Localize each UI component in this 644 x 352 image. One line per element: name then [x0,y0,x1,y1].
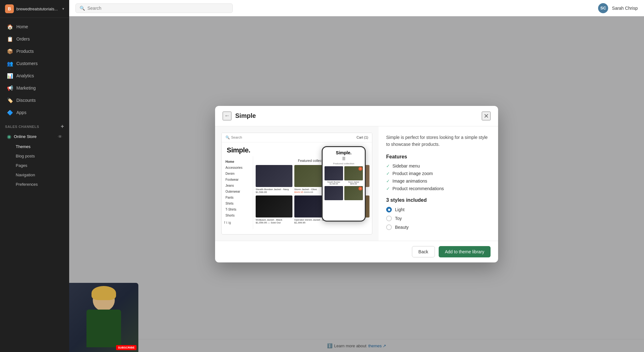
feature-product-image-zoom: ✓ Product image zoom [386,171,491,176]
sidebar-item-discounts[interactable]: 🏷️ Discounts [2,94,67,106]
marketing-icon: 📢 [7,85,13,91]
sidebar-sub-item-pages[interactable]: Pages [2,161,67,170]
apps-icon: 🔷 [7,109,13,116]
sidebar-item-orders[interactable]: 📋 Orders [2,33,67,45]
search-icon: 🔍 [80,6,85,11]
feature-sidebar-menu: ✓ Sidebar menu [386,163,491,168]
mobile-preview: Simple. ☰ Featured collection Stealth Bo… [322,146,366,222]
preview-product-1: Stealth Bomber Jacket - Navy$1,599.95 [256,165,292,194]
home-icon: 🏠 [7,24,13,30]
modal-footer: Back Add to theme library [215,241,498,262]
preview-sidebar-outerwear: Outerwear [224,189,250,195]
check-icon-1: ✓ [386,163,390,168]
mobile-product-image-2: S [344,166,363,180]
preview-cart: Cart (1) [357,135,368,139]
theme-preview: 🔍 Search Cart (1) Simple. [215,126,379,241]
webcam-feed: SUBSCRIBE [69,283,138,352]
topbar: 🔍 SC Sarah Chrisp [69,0,644,16]
radio-light[interactable] [386,207,392,212]
check-icon-4: ✓ [386,186,390,191]
page-background: ← Simple ✕ 🔍 Search [69,16,644,352]
back-button[interactable]: Back [412,246,435,257]
mobile-product-grid: Stealth Bomber$1,599.95 S Storm Jacket$9… [325,166,363,200]
modal-back-button[interactable]: ← [223,112,231,120]
sidebar-item-products[interactable]: 📦 Products [2,45,67,57]
mobile-collection-title: Featured collection [325,162,363,165]
style-option-light[interactable]: Light [386,207,491,212]
preview-sidebar-home: Home [224,159,250,165]
features-title: Features [386,154,491,160]
mobile-product-image-1 [325,166,343,180]
store-icon: B [5,4,14,13]
sidebar-item-analytics[interactable]: 📊 Analytics [2,70,67,82]
preview-product-image-4 [256,195,292,217]
style-option-beauty[interactable]: Beauty [386,224,491,230]
modal-header: ← Simple ✕ [215,106,498,126]
sidebar-item-apps[interactable]: 🔷 Apps [2,107,67,118]
preview-sidebar: Home Accessories Denim Footwear Jeans Ou… [222,156,253,229]
feature-product-recommendations: ✓ Product recommendations [386,186,491,191]
add-sales-channel-button[interactable]: + [61,123,64,130]
style-beauty-label: Beauty [395,225,409,230]
modal-backdrop: ← Simple ✕ 🔍 Search [69,16,644,352]
theme-detail-modal: ← Simple ✕ 🔍 Search [215,106,498,263]
radio-beauty[interactable] [386,224,392,230]
analytics-icon: 📊 [7,73,13,79]
style-light-label: Light [395,207,404,212]
feature-image-animations: ✓ Image animations [386,179,491,184]
sidebar-sub-item-navigation[interactable]: Navigation [2,170,67,179]
preview-search-icon: 🔍 [225,135,230,140]
theme-description: Simple is perfect for stores looking for… [386,134,491,148]
search-input[interactable] [87,6,229,11]
mobile-product-1: Stealth Bomber$1,599.95 [325,166,343,185]
mobile-logo: Simple. [325,149,363,157]
check-icon-2: ✓ [386,171,390,176]
sidebar-sub-item-themes[interactable]: Themes [2,142,67,151]
modal-close-button[interactable]: ✕ [482,112,491,120]
preview-product-4: Wolfpack Jacket - Black$1,599.95 — Sold … [256,195,292,224]
subscribe-button[interactable]: SUBSCRIBE [116,345,136,350]
mobile-product-2: S Storm Jacket$949.95 [344,166,363,185]
online-store-icon: ◉ [7,134,11,140]
preview-sidebar-shirts: Shirts [224,201,250,206]
modal-body: 🔍 Search Cart (1) Simple. [215,126,498,241]
preview-sidebar-pants: Pants [224,195,250,201]
preview-product-image-1 [256,165,292,187]
preview-sidebar-shorts: Shorts [224,212,250,218]
mobile-menu-icon: ☰ [325,157,363,161]
preview-topbar: 🔍 Search Cart (1) [222,133,372,142]
mobile-product-3 [325,186,343,200]
sidebar-item-home[interactable]: 🏠 Home [2,21,67,33]
mobile-product-image-3 [325,186,343,200]
search-bar[interactable]: 🔍 [75,3,233,13]
preview-product-info-1: Stealth Bomber Jacket - Navy$1,599.95 [256,188,292,194]
add-to-theme-library-button[interactable]: Add to theme library [439,246,491,257]
modal-title: Simple [235,112,478,119]
preview-sidebar-footwear: Footwear [224,177,250,183]
preview-product-info-4: Wolfpack Jacket - Black$1,599.95 — Sold … [256,218,292,224]
sidebar-item-customers[interactable]: 👥 Customers [2,58,67,69]
mobile-product-4: S [344,186,363,200]
chevron-down-icon: ▾ [62,7,64,11]
preview-sidebar-jeans: Jeans [224,183,250,189]
preview-sidebar-accessories: Accessories [224,165,250,171]
sidebar-navigation: 🏠 Home 📋 Orders 📦 Products 👥 Customers 📊… [0,18,69,352]
sidebar-sub-item-preferences[interactable]: Preferences [2,180,67,189]
mobile-sale-badge-2: S [358,187,362,190]
store-name: brewedtreatstutorials... [16,7,60,11]
radio-toy[interactable] [386,216,392,221]
preview-sidebar-denim: Denim [224,171,250,177]
mobile-sale-badge: S [358,167,362,171]
customers-icon: 👥 [7,60,13,67]
products-icon: 📦 [7,48,13,54]
user-name: Sarah Chrisp [612,6,638,11]
styles-title: 3 styles included [386,197,491,203]
sidebar-item-marketing[interactable]: 📢 Marketing [2,82,67,94]
sidebar-item-online-store[interactable]: ◉ Online Store 👁 [2,131,67,142]
style-option-toy[interactable]: Toy [386,216,491,221]
preview-search: 🔍 Search [225,135,242,140]
store-selector[interactable]: B brewedtreatstutorials... ▾ [0,0,69,18]
orders-icon: 📋 [7,36,13,42]
mobile-product-info-1: Stealth Bomber$1,599.95 [325,181,343,185]
sidebar-sub-item-blog-posts[interactable]: Blog posts [2,151,67,161]
